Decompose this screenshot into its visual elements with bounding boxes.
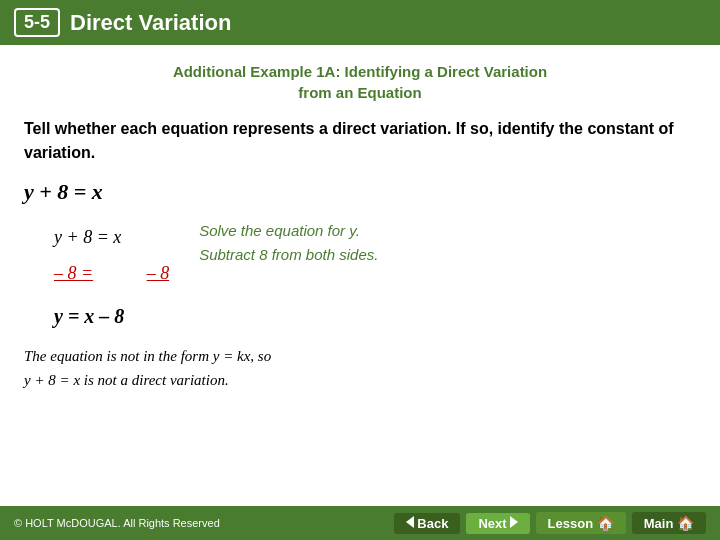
work-line2: – 8 = – 8: [54, 255, 169, 291]
instruction-text: Tell whether each equation represents a …: [24, 117, 696, 165]
solve-note: Solve the equation for y. Subtract 8 fro…: [199, 219, 378, 267]
work-steps: y + 8 = x – 8 = – 8: [54, 219, 169, 291]
result-equation: y = x – 8: [54, 305, 696, 328]
work-block: y + 8 = x – 8 = – 8 Solve the equation f…: [54, 219, 696, 291]
next-arrow-icon: [510, 516, 518, 528]
header-bar: 5-5 Direct Variation: [0, 0, 720, 45]
next-button[interactable]: Next: [466, 513, 529, 534]
lesson-title: Direct Variation: [70, 10, 231, 36]
subtitle: Additional Example 1A: Identifying a Dir…: [24, 61, 696, 103]
work-line2-right: – 8: [147, 255, 170, 291]
footer-nav: Back Next Lesson 🏠 Main 🏠: [394, 512, 706, 534]
copyright: © HOLT McDOUGAL. All Rights Reserved: [14, 517, 220, 529]
lesson-button[interactable]: Lesson 🏠: [536, 512, 626, 534]
main-content: Additional Example 1A: Identifying a Dir…: [0, 45, 720, 402]
conclusion: The equation is not in the form y = kx, …: [24, 344, 696, 392]
work-line1: y + 8 = x: [54, 219, 169, 255]
footer-bar: © HOLT McDOUGAL. All Rights Reserved Bac…: [0, 506, 720, 540]
back-button[interactable]: Back: [394, 513, 460, 534]
main-home-icon: 🏠: [677, 515, 694, 531]
lesson-home-icon: 🏠: [597, 515, 614, 531]
main-button[interactable]: Main 🏠: [632, 512, 706, 534]
work-line2-left: – 8 =: [54, 255, 93, 291]
back-arrow-icon: [406, 516, 414, 528]
equation-heading: y + 8 = x: [24, 179, 696, 205]
lesson-badge: 5-5: [14, 8, 60, 37]
